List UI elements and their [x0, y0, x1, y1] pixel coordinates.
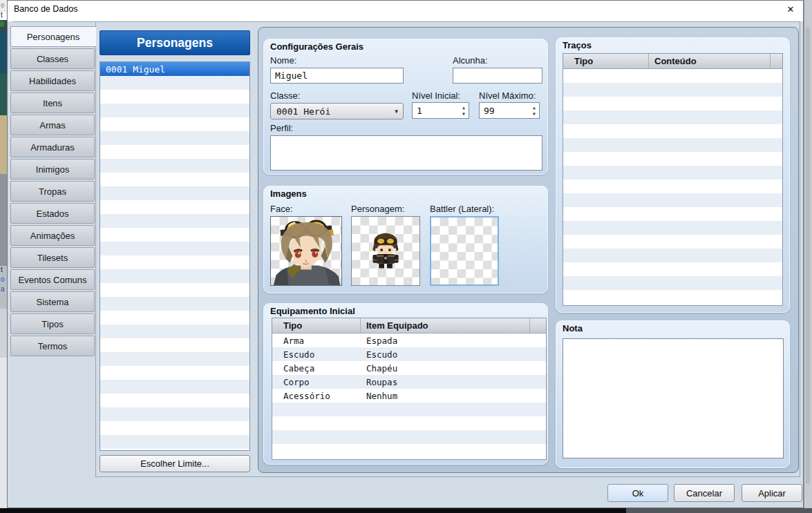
tab-anima-es[interactable]: Animações	[10, 225, 95, 246]
actor-list-empty-row[interactable]	[100, 394, 249, 407]
actor-list-empty-row[interactable]	[100, 421, 249, 435]
spin-up-icon[interactable]: ▲	[462, 106, 465, 110]
table-empty-row[interactable]	[563, 235, 782, 249]
tab-tipos[interactable]: Tipos	[10, 313, 95, 334]
table-empty-row[interactable]	[563, 69, 782, 83]
traits-col-content[interactable]: Conteúdo	[649, 54, 771, 68]
actor-list-empty-row[interactable]	[100, 76, 249, 90]
actor-list-empty-row[interactable]	[100, 228, 249, 242]
equipment-col-item[interactable]: Item Equipado	[361, 318, 530, 333]
tab-tilesets[interactable]: Tilesets	[10, 247, 95, 268]
traits-title: Traços	[563, 40, 592, 50]
actor-list-empty-row[interactable]	[100, 214, 249, 228]
tab-armas[interactable]: Armas	[10, 115, 95, 135]
actor-list-empty-row[interactable]	[100, 269, 249, 283]
table-empty-row[interactable]	[563, 207, 782, 221]
tab-sistema[interactable]: Sistema	[10, 291, 95, 312]
spin-down-icon[interactable]: ▼	[533, 112, 536, 116]
actor-list-empty-row[interactable]	[100, 255, 249, 269]
ok-button[interactable]: Ok	[607, 484, 668, 502]
actor-list-empty-row[interactable]	[100, 159, 249, 173]
table-empty-row[interactable]	[563, 262, 782, 276]
actor-list-empty-row[interactable]	[100, 117, 249, 131]
table-empty-row[interactable]	[563, 152, 782, 166]
table-empty-row[interactable]	[563, 249, 782, 262]
actor-list-empty-row[interactable]	[100, 200, 249, 214]
table-row[interactable]: CabeçaChapéu	[272, 361, 546, 375]
spin-up-icon[interactable]: ▲	[533, 106, 536, 110]
tab-personagens[interactable]: Personagens	[10, 26, 96, 47]
table-empty-row[interactable]	[563, 180, 782, 193]
traits-col-type[interactable]: Tipo	[563, 54, 649, 68]
tab-armaduras[interactable]: Armaduras	[10, 137, 95, 157]
table-row[interactable]: EscudoEscudo	[272, 347, 546, 361]
nickname-label: Alcunha:	[453, 55, 488, 66]
actor-list-empty-row[interactable]	[100, 104, 249, 117]
tab-termos[interactable]: Termos	[10, 336, 95, 356]
table-empty-row[interactable]	[563, 290, 782, 304]
nickname-input[interactable]	[453, 68, 542, 84]
table-empty-row[interactable]	[563, 166, 782, 180]
tab-estados[interactable]: Estados	[10, 203, 95, 224]
table-row[interactable]: ArmaEspada	[272, 333, 546, 347]
table-empty-row[interactable]	[563, 221, 782, 235]
table-row[interactable]: AcessórioNenhum	[272, 389, 546, 403]
close-icon[interactable]: ✕	[783, 2, 798, 16]
equipment-col-type[interactable]: Tipo	[272, 318, 361, 333]
table-empty-row[interactable]	[272, 403, 546, 416]
table-empty-row[interactable]	[272, 416, 546, 430]
class-dropdown[interactable]: 0001 Herói ▼	[270, 103, 404, 119]
battler-image[interactable]	[430, 216, 499, 286]
table-empty-row[interactable]	[563, 276, 782, 290]
actor-list-empty-row[interactable]	[100, 131, 249, 145]
actor-list-empty-row[interactable]	[100, 325, 249, 338]
actor-list-empty-row[interactable]	[100, 145, 249, 159]
name-input[interactable]: Miguel	[270, 68, 404, 84]
tab-inimigos[interactable]: Inimigos	[10, 159, 95, 180]
actor-list-empty-row[interactable]	[100, 352, 249, 366]
initial-level-stepper[interactable]: 1 ▲▼	[412, 102, 469, 119]
tab-itens[interactable]: Itens	[10, 93, 95, 113]
actor-list-empty-row[interactable]	[100, 407, 249, 421]
actor-list-empty-row[interactable]	[100, 173, 249, 186]
table-empty-row[interactable]	[563, 83, 782, 97]
note-textarea[interactable]	[563, 338, 784, 458]
actor-list-empty-row[interactable]	[100, 311, 249, 325]
actor-list-empty-row[interactable]	[100, 380, 249, 394]
tab-eventos-comuns[interactable]: Eventos Comuns	[10, 269, 95, 290]
profile-textarea[interactable]	[270, 135, 542, 171]
tab-classes[interactable]: Classes	[10, 48, 95, 69]
cancel-button[interactable]: Cancelar	[674, 484, 735, 502]
actor-list-empty-row[interactable]	[100, 186, 249, 200]
name-label: Nome:	[270, 55, 296, 66]
actor-list-empty-row[interactable]	[100, 366, 249, 380]
actor-list-empty-row[interactable]	[100, 242, 249, 255]
spin-down-icon[interactable]: ▼	[462, 112, 465, 116]
tab-tropas[interactable]: Tropas	[10, 181, 95, 202]
max-level-label: Nível Máximo:	[479, 90, 536, 101]
actor-list-item[interactable]: 0001 Miguel	[100, 62, 249, 76]
table-empty-row[interactable]	[563, 97, 782, 110]
actor-list-empty-row[interactable]	[100, 90, 249, 104]
equipment-rows: ArmaEspadaEscudoEscudoCabeçaChapéuCorpoR…	[272, 333, 546, 459]
actor-list-empty-row[interactable]	[100, 449, 249, 451]
table-empty-row[interactable]	[563, 110, 782, 124]
actor-list-empty-row[interactable]	[100, 297, 249, 311]
table-empty-row[interactable]	[272, 444, 546, 458]
max-level-stepper[interactable]: 99 ▲▼	[479, 102, 540, 119]
character-image[interactable]	[351, 216, 420, 286]
tab-habilidades[interactable]: Habilidades	[10, 70, 95, 91]
actor-list-empty-row[interactable]	[100, 435, 249, 449]
actor-list[interactable]: 0001 Miguel	[100, 61, 250, 451]
table-empty-row[interactable]	[272, 430, 546, 444]
apply-button[interactable]: Aplicar	[742, 484, 802, 502]
actor-list-empty-row[interactable]	[100, 338, 249, 352]
table-row[interactable]: CorpoRoupas	[272, 375, 546, 389]
face-image[interactable]	[270, 216, 342, 286]
table-empty-row[interactable]	[563, 193, 782, 207]
table-empty-row[interactable]	[563, 124, 782, 138]
actor-list-empty-row[interactable]	[100, 283, 249, 297]
table-empty-row[interactable]	[563, 138, 782, 152]
title-bar[interactable]: Banco de Dados ✕	[8, 1, 803, 21]
change-maximum-button[interactable]: Escolher Limite...	[100, 455, 250, 472]
